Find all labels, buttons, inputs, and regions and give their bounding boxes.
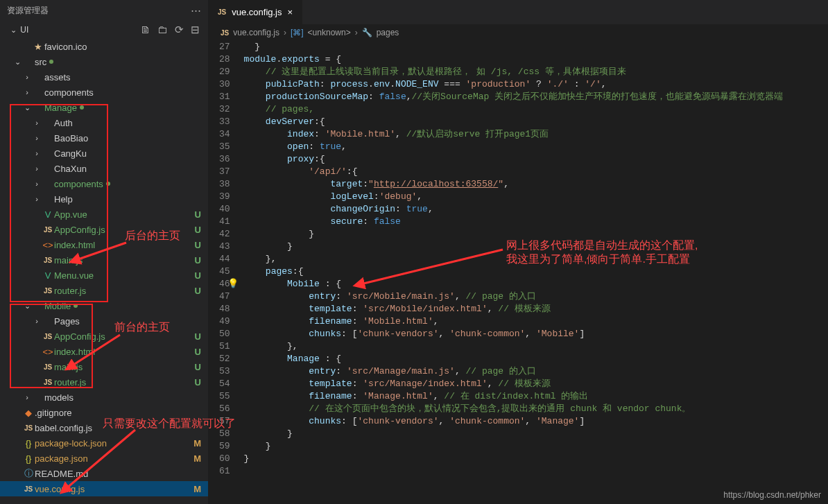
tree-item[interactable]: JSvue.config.jsM bbox=[0, 481, 208, 496]
code-line[interactable]: Manage : { bbox=[240, 353, 828, 365]
tree-item[interactable]: ›models bbox=[0, 390, 208, 405]
code-line[interactable]: } bbox=[240, 241, 828, 253]
code-line[interactable]: }, bbox=[240, 340, 828, 353]
chevron-icon: › bbox=[32, 119, 42, 127]
code-content[interactable]: }module.exports = { // 这里是配置上线读取当前目录，默认是… bbox=[240, 41, 828, 504]
tree-label: Menu.vue bbox=[54, 270, 94, 281]
tree-item[interactable]: JSAppConfig.jsU bbox=[0, 329, 208, 344]
code-line[interactable] bbox=[240, 465, 828, 478]
code-line[interactable]: target:"http://localhost:63558/", bbox=[240, 178, 828, 191]
more-icon[interactable]: ⋯ bbox=[191, 4, 201, 17]
tree-item[interactable]: {}package-lock.jsonM bbox=[0, 435, 208, 451]
breadcrumb[interactable]: JS vue.config.js › [⌘] <unknown> › 🔧 pag… bbox=[208, 24, 828, 41]
tree-item[interactable]: ›BaoBiao bbox=[0, 130, 208, 146]
tree-item[interactable]: ›Auth bbox=[0, 115, 208, 130]
tree-item[interactable]: ›components bbox=[0, 176, 208, 191]
dirty-dot bbox=[106, 182, 110, 186]
code-line[interactable]: chunks: ['chunk-vendors', 'chunk-common'… bbox=[240, 328, 828, 340]
code-line[interactable]: entry: 'src/Manage/main.js', // page 的入口 bbox=[240, 365, 828, 378]
tree-item[interactable]: JSmain.jsU bbox=[0, 252, 208, 268]
tree-item[interactable]: ★favicon.ico bbox=[0, 39, 208, 54]
tree-item[interactable]: VMenu.vueU bbox=[0, 268, 208, 283]
tree-label: babel.config.js bbox=[35, 423, 92, 433]
tree-label: AppConfig.js bbox=[54, 225, 105, 235]
code-line[interactable]: devServer:{ bbox=[240, 116, 828, 128]
code-line[interactable]: open: true, bbox=[240, 141, 828, 153]
code-line[interactable]: } bbox=[240, 440, 828, 453]
file-icon: JS bbox=[42, 287, 54, 295]
vcs-status: M bbox=[193, 453, 201, 464]
code-line[interactable]: chunks: ['chunk-vendors', 'chunk-common'… bbox=[240, 415, 828, 428]
tree-item[interactable]: VApp.vueU bbox=[0, 207, 208, 222]
tree-item[interactable]: ›Pages bbox=[0, 313, 208, 329]
dirty-dot bbox=[80, 105, 84, 110]
code-line[interactable]: 💡 Mobile : { bbox=[240, 278, 828, 290]
tree-item[interactable]: ⌄Manage bbox=[0, 100, 208, 115]
tree-item[interactable]: {}package.jsonM bbox=[0, 451, 208, 466]
code-line[interactable]: productionSourceMap: false,//关闭SourceMap… bbox=[240, 91, 828, 103]
line-number: 27 bbox=[215, 41, 230, 53]
tree-item[interactable]: JSAppConfig.jsU bbox=[0, 222, 208, 237]
code-line[interactable]: '/api/':{ bbox=[240, 166, 828, 178]
project-name: UI bbox=[20, 25, 28, 35]
code-line[interactable]: // pages, bbox=[240, 103, 828, 116]
vcs-status: U bbox=[195, 331, 201, 342]
code-line[interactable]: changeOrigin: true, bbox=[240, 203, 828, 216]
tree-item[interactable]: JSbabel.config.js bbox=[0, 420, 208, 435]
line-number: 42 bbox=[215, 228, 230, 241]
code-line[interactable]: index: 'Mobile.html', //默认启动serve 打开page… bbox=[240, 128, 828, 141]
tab-vue-config[interactable]: JS vue.config.js × bbox=[208, 0, 303, 24]
vcs-status: U bbox=[195, 362, 201, 372]
code-line[interactable]: filename: 'Mobile.html', bbox=[240, 315, 828, 328]
refresh-icon[interactable]: ⟳ bbox=[175, 24, 184, 36]
tree-item[interactable]: ›CangKu bbox=[0, 146, 208, 161]
code-line[interactable]: filename: 'Manage.html', // 在 dist/index… bbox=[240, 390, 828, 403]
code-line[interactable]: } bbox=[240, 228, 828, 241]
new-file-icon[interactable]: 🗎 bbox=[140, 24, 150, 36]
code-line[interactable]: }, bbox=[240, 253, 828, 266]
tree-item[interactable]: ›Help bbox=[0, 191, 208, 207]
code-line[interactable]: logLevel:'debug', bbox=[240, 191, 828, 203]
tree-item[interactable]: ›components bbox=[0, 85, 208, 100]
new-folder-icon[interactable]: 🗀 bbox=[157, 24, 168, 36]
lightbulb-icon[interactable]: 💡 bbox=[227, 278, 239, 290]
tree-item[interactable]: <>index.htmlU bbox=[0, 344, 208, 359]
project-root[interactable]: ⌄ UI 🗎 🗀 ⟳ ⊟ bbox=[0, 21, 208, 39]
code-editor[interactable]: 2728293031323334353637383940414243444546… bbox=[208, 41, 828, 504]
close-icon[interactable]: × bbox=[288, 7, 293, 17]
line-number: 35 bbox=[215, 141, 230, 153]
code-line[interactable]: // 这里是配置上线读取当前目录，默认是根路径， 如 /js, /css 等，具… bbox=[240, 66, 828, 78]
tree-item[interactable]: ⌄src bbox=[0, 54, 208, 69]
code-line[interactable]: template: 'src/Manage/index.html', // 模板… bbox=[240, 378, 828, 390]
tree-label: components bbox=[44, 87, 94, 98]
tree-item[interactable]: ›assets bbox=[0, 69, 208, 85]
tree-item[interactable]: ⌄Mobile bbox=[0, 298, 208, 313]
file-icon: JS bbox=[42, 333, 54, 340]
code-line[interactable]: template: 'src/Mobile/index.html', // 模板… bbox=[240, 303, 828, 315]
explorer-header: 资源管理器 ⋯ bbox=[0, 0, 208, 21]
tree-item[interactable]: ⓘREADME.md bbox=[0, 466, 208, 481]
code-line[interactable]: entry: 'src/Mobile/main.js', // page 的入口 bbox=[240, 290, 828, 303]
tree-item[interactable]: JSmain.jsU bbox=[0, 359, 208, 374]
line-number: 30 bbox=[215, 78, 230, 91]
editor-tabs: JS vue.config.js × bbox=[208, 0, 828, 24]
tree-item[interactable]: JSrouter.jsU bbox=[0, 374, 208, 390]
code-line[interactable]: secure: false bbox=[240, 216, 828, 228]
file-icon: JS bbox=[42, 379, 54, 386]
file-icon: <> bbox=[42, 240, 54, 250]
code-line[interactable]: } bbox=[240, 428, 828, 440]
tree-item[interactable]: ›ChaXun bbox=[0, 161, 208, 176]
chevron-icon: › bbox=[32, 317, 42, 325]
collapse-icon[interactable]: ⊟ bbox=[191, 24, 200, 36]
code-line[interactable]: pages:{ bbox=[240, 266, 828, 278]
vcs-status: U bbox=[195, 255, 201, 266]
code-line[interactable]: publicPath: process.env.NODE_ENV === 'pr… bbox=[240, 78, 828, 91]
tree-item[interactable]: <>index.htmlU bbox=[0, 237, 208, 252]
code-line[interactable]: module.exports = { bbox=[240, 53, 828, 66]
code-line[interactable]: } bbox=[240, 41, 828, 53]
code-line[interactable]: proxy:{ bbox=[240, 153, 828, 166]
tree-item[interactable]: JSrouter.jsU bbox=[0, 283, 208, 298]
code-line[interactable]: } bbox=[240, 453, 828, 465]
tree-item[interactable]: ◆.gitignore bbox=[0, 405, 208, 420]
code-line[interactable]: // 在这个页面中包含的块，默认情况下会包含,提取出来的通用 chunk 和 v… bbox=[240, 403, 828, 415]
